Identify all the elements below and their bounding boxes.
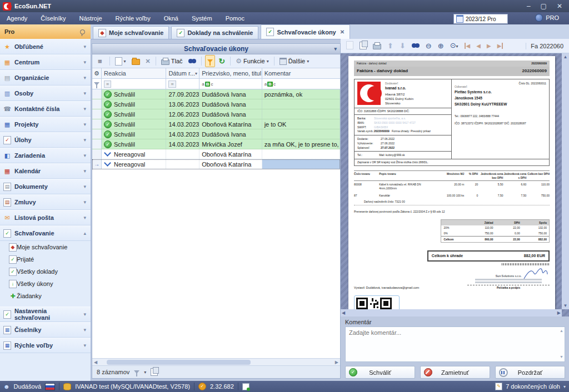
comment-cell[interactable] [262, 99, 340, 109]
chevron-icon[interactable]: ▾ [83, 44, 86, 49]
chevron-icon[interactable]: ▾ [83, 199, 86, 205]
table-row[interactable]: ✓Schválil12.06.2023Dudášová Ivana [92, 109, 340, 119]
reaction-cell[interactable]: ✓Schválil [102, 139, 166, 149]
person-cell[interactable]: Oboňová Katarína [199, 119, 262, 129]
comment-cell[interactable] [262, 149, 340, 159]
equals-filter-icon[interactable]: = [104, 81, 111, 88]
tab-close-icon[interactable]: ✕ [340, 29, 345, 35]
table-row[interactable]: ✓Schválil13.06.2023Dudášová Ivana [92, 99, 340, 109]
edition-badge[interactable]: PRO [535, 14, 559, 22]
table-row[interactable]: NereagovalOboňová Katarína [92, 149, 340, 159]
menu-item-rchlevoby[interactable]: Rýchle voľby [109, 15, 157, 22]
menu-item-okn[interactable]: Okná [157, 15, 185, 22]
first-record-icon[interactable]: ◀ [465, 43, 471, 49]
date-cell[interactable]: 12.06.2023 [166, 109, 199, 119]
comment-cell[interactable] [262, 109, 340, 119]
filter-cell-1[interactable]: = [102, 79, 166, 89]
menu-button[interactable]: ≡ [94, 56, 106, 67]
print-button[interactable]: Tlač [159, 56, 184, 67]
chevron-icon[interactable]: ▾ [83, 184, 86, 189]
table-row[interactable]: →NereagovalOboňová Katarína [92, 159, 340, 169]
print-preview-icon[interactable] [373, 42, 381, 51]
table-row[interactable]: ✓Schválil27.09.2023Dudášová Ivanapoznámk… [92, 89, 340, 99]
equals-filter-icon[interactable]: = [168, 81, 176, 88]
comment-cell[interactable]: je to OK [262, 119, 340, 129]
more-button[interactable]: Ďalšie▾ [278, 56, 311, 67]
minimize-button[interactable]: – [527, 2, 531, 10]
chevron-icon[interactable]: ▾ [83, 153, 86, 158]
pin-icon[interactable] [80, 29, 85, 34]
comment-cell[interactable] [262, 129, 340, 139]
filter-cell-2[interactable]: = [166, 79, 199, 89]
sidebar-item-ulohy[interactable]: ✓Úlohy▾ [0, 132, 91, 148]
tab-moje-schvalovanie[interactable]: ◆Moje schvaľovanie [93, 26, 169, 39]
approve-button[interactable]: ✓ Schváliť [345, 366, 415, 379]
page-up-icon[interactable]: ⬆ [387, 42, 393, 49]
person-cell[interactable]: Mrkvička Jozef [199, 139, 262, 149]
maximize-button[interactable]: ▢ [541, 2, 547, 10]
sidebar-item-oblubene[interactable]: ★Obľúbené▾ [0, 39, 91, 54]
date-cell[interactable]: 13.06.2023 [166, 99, 199, 109]
sidebar-item-listova-posta[interactable]: ✉Listová pošta▾ [0, 210, 91, 225]
person-cell[interactable]: Dudášová Ivana [199, 99, 262, 109]
person-cell[interactable]: Oboňová Katarína [199, 159, 262, 169]
export-icon[interactable] [360, 42, 367, 51]
filter-button[interactable] [205, 55, 215, 67]
date-cell[interactable]: 14.03.2023 [166, 129, 199, 139]
footer-filter-dropdown-icon[interactable]: ▾ [144, 370, 146, 375]
sidebar-item-kalendar[interactable]: ▦Kalendár▾ [0, 163, 91, 179]
table-row[interactable]: ✓Schválil14.03.2023Mrkvička Jozefza mňa … [92, 139, 340, 149]
filter-cell-3[interactable]: aBc [199, 79, 262, 89]
scroll-right-icon[interactable]: ▶ [333, 360, 340, 365]
table-row[interactable]: ✓Schválil14.03.2023Dudášová Ivana [92, 129, 340, 139]
tab-doklady-na-schvalenie[interactable]: ✓Doklady na schválenie [171, 26, 258, 39]
comment-cell[interactable] [262, 159, 340, 169]
date-cell[interactable] [166, 149, 199, 159]
save-document-icon[interactable] [346, 41, 353, 51]
chevron-icon[interactable]: ▾ [83, 215, 86, 220]
text-filter-icon[interactable]: aBc [264, 82, 276, 87]
chevron-icon[interactable]: ▾ [83, 122, 86, 127]
period-selector[interactable]: 2023/12 Pro [453, 14, 508, 24]
sidebar-item-prijate[interactable]: ✓Prijaté [0, 253, 91, 265]
next-record-icon[interactable]: ▶ [487, 43, 491, 49]
scroll-left-icon[interactable]: ◀ [92, 360, 99, 365]
open-record-button[interactable] [130, 56, 142, 67]
slovak-flag-icon[interactable] [45, 383, 55, 390]
column-header-3[interactable]: Priezvisko, meno, titul «Sc... [199, 68, 262, 78]
scrollbar-thumb[interactable] [107, 360, 251, 365]
reaction-cell[interactable]: ✓Schválil [102, 119, 166, 129]
sidebar-header[interactable]: Pro [0, 24, 91, 39]
preview-vertical-scrollbar[interactable]: ▲ ▼ [562, 53, 569, 309]
table-row[interactable]: ✓Schválil14.03.2023Oboňová Katarínaje to… [92, 119, 340, 129]
column-header-4[interactable]: Komentar [262, 68, 340, 78]
menu-item-selnky[interactable]: Číselníky [34, 15, 72, 22]
date-cell[interactable]: 14.03.2023 [166, 119, 199, 129]
sidebar-item-vsetky-ukony[interactable]: ↓Všetky úkony [0, 278, 91, 290]
chevron-icon[interactable]: ▾ [83, 91, 86, 96]
menu-item-systm[interactable]: Systém [185, 15, 219, 22]
person-cell[interactable]: Dudášová Ivana [199, 129, 262, 139]
zoom-in-icon[interactable]: ⊕ [438, 42, 444, 49]
chevron-icon[interactable]: ▾ [83, 106, 86, 112]
zoom-level-dropdown[interactable]: ⊙▾ [450, 42, 458, 50]
text-filter-icon[interactable]: aBc [202, 82, 213, 87]
panel-title-dropdown-icon[interactable]: ▾ [334, 46, 337, 52]
reaction-cell[interactable]: Nereagoval [102, 159, 166, 169]
find-icon[interactable] [412, 42, 420, 49]
date-cell[interactable]: 27.09.2023 [166, 89, 199, 99]
column-header-1[interactable]: Reakcia [102, 68, 166, 78]
comment-cell[interactable]: poznámka, ok [262, 89, 340, 99]
search-button[interactable] [187, 56, 198, 67]
sidebar-item-dokumenty[interactable]: ▤Dokumenty▾ [0, 179, 91, 194]
tasks-indicator[interactable]: ✎ 7 dokončených úloh ▾ [495, 383, 566, 390]
date-cell[interactable] [166, 159, 199, 169]
reaction-cell[interactable]: Nereagoval [102, 149, 166, 159]
filter-cell-4[interactable]: aBc [262, 79, 340, 89]
sidebar-item-zmluvy[interactable]: ▤Zmluvy▾ [0, 194, 91, 210]
reaction-cell[interactable]: ✓Schválil [102, 109, 166, 119]
last-record-icon[interactable]: ▶ [497, 43, 503, 49]
person-cell[interactable]: Dudášová Ivana [199, 89, 262, 99]
scroll-right-icon[interactable]: ▶ [556, 309, 562, 316]
menu-item-pomoc[interactable]: Pomoc [219, 15, 251, 22]
